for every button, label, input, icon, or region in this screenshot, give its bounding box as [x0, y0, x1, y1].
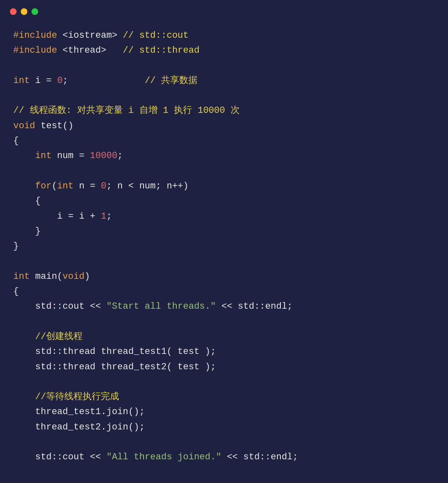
blank-line-30: [13, 465, 435, 480]
code-line-6: // 线程函数: 对共享变量 i 自增 1 执行 10000 次: [13, 103, 435, 118]
code-line-22: std::thread thread_test1( test );: [13, 344, 435, 359]
code-line-13: i = i + 1;: [13, 209, 435, 224]
close-button[interactable]: [10, 8, 17, 15]
code-line-26: thread_test1.join();: [13, 405, 435, 420]
code-line-25: //等待线程执行完成: [13, 390, 435, 405]
code-line-12: {: [13, 194, 435, 209]
code-line-23: std::thread thread_test2( test );: [13, 360, 435, 375]
code-line-19: std::cout << "Start all threads." << std…: [13, 299, 435, 314]
blank-line-28: [13, 435, 435, 450]
code-line-18: {: [13, 284, 435, 299]
code-line-11: for(int n = 0; n < num; n++): [13, 179, 435, 194]
code-line-14: }: [13, 224, 435, 239]
blank-line-24: [13, 375, 435, 390]
code-line-8: {: [13, 134, 435, 149]
minimize-button[interactable]: [21, 8, 27, 15]
code-line-15: }: [13, 239, 435, 254]
code-line-7: void test(): [13, 119, 435, 134]
blank-line-10: [13, 164, 435, 179]
code-line-21: //创建线程: [13, 329, 435, 344]
blank-line-16: [13, 254, 435, 269]
code-line-29: std::cout << "All threads joined." << st…: [13, 450, 435, 465]
code-line-31: std::cout << "now i is " << i << std::en…: [13, 480, 435, 483]
title-bar: [0, 0, 448, 22]
code-line-4: int i = 0; // 共享数据: [13, 73, 435, 88]
blank-line-20: [13, 315, 435, 329]
blank-line-3: [13, 59, 435, 73]
code-line-9: int num = 10000;: [13, 149, 435, 163]
main-window: #include <iostream> // std::cout #includ…: [0, 0, 448, 483]
code-line-1: #include <iostream> // std::cout: [13, 28, 435, 43]
blank-line-5: [13, 88, 435, 103]
code-editor: #include <iostream> // std::cout #includ…: [0, 22, 448, 483]
maximize-button[interactable]: [32, 8, 38, 15]
code-line-17: int main(void): [13, 269, 435, 284]
code-line-27: thread_test2.join();: [13, 420, 435, 435]
code-line-2: #include <thread> // std::thread: [13, 43, 435, 58]
